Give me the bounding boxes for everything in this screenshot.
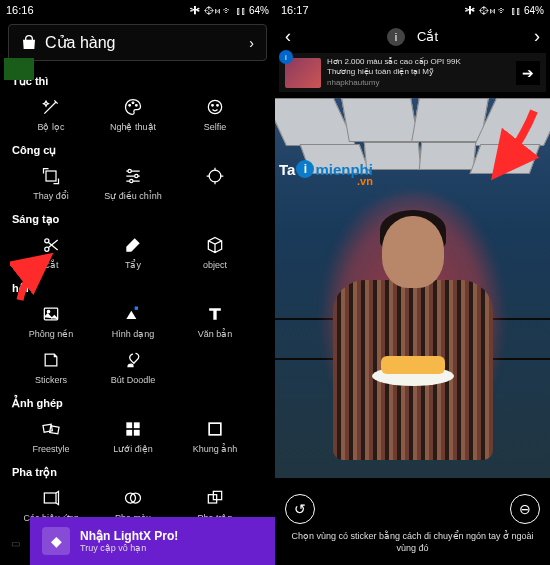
tool-text[interactable]: Văn bản: [174, 299, 256, 343]
svg-rect-27: [213, 491, 221, 499]
svg-point-14: [47, 310, 50, 313]
mode-toggle-button[interactable]: ⊖: [510, 494, 540, 524]
status-icons: ✱ ⌖ ⋈ ᯤ ⫿⫿ 64%: [190, 5, 269, 16]
screen-title: Cắt: [417, 29, 438, 44]
bag-icon: [21, 35, 37, 51]
chevron-right-icon: ›: [249, 35, 254, 51]
svg-point-1: [132, 102, 134, 104]
svg-point-12: [45, 239, 49, 243]
selected-person[interactable]: [313, 198, 513, 468]
section-instant: Tức thì: [12, 75, 265, 88]
status-icons: ✱ ⌖ ⋈ ᯤ ⫿⫿ 64%: [465, 5, 544, 16]
tool-selfie[interactable]: Selfie: [174, 92, 256, 136]
svg-rect-15: [135, 307, 138, 310]
status-bar: 16:17 ✱ ⌖ ⋈ ᯤ ⫿⫿ 64%: [275, 0, 550, 20]
shapes-icon: [122, 303, 144, 325]
pro-banner[interactable]: ◆ Nhận LightX Pro! Truy cập vô hạn: [30, 517, 275, 565]
photo-preview-edge: [4, 58, 34, 80]
sliders-icon: [122, 165, 144, 187]
tool-filter[interactable]: Bộ lọc: [10, 92, 92, 136]
section-blend: Pha trộn: [12, 466, 265, 479]
shop-label: Cửa hàng: [45, 33, 116, 52]
tool-art[interactable]: Nghệ thuật: [92, 92, 174, 136]
grid-icon: [122, 418, 144, 440]
photo-canvas[interactable]: Taimienphi .vn: [275, 98, 550, 478]
status-bar: 16:16 ✱ ⌖ ⋈ ᯤ ⫿⫿ 64%: [0, 0, 275, 20]
eraser-icon: [122, 234, 144, 256]
effects-icon: [40, 487, 62, 509]
frame-icon: [204, 418, 226, 440]
svg-point-9: [130, 179, 133, 182]
svg-rect-17: [50, 426, 59, 434]
svg-rect-20: [126, 430, 132, 436]
svg-rect-18: [126, 422, 132, 428]
ad-text: Hơn 2.000 màu sắc cao cấp OPI 99K Thương…: [327, 57, 510, 88]
tool-focus[interactable]: [174, 161, 256, 205]
status-time: 16:17: [281, 4, 309, 16]
brush-icon: [122, 349, 144, 371]
food: [381, 356, 445, 374]
face-icon: [204, 96, 226, 118]
shop-button[interactable]: Cửa hàng ›: [8, 24, 267, 61]
ad-arrow-icon[interactable]: ➔: [516, 61, 540, 85]
svg-point-4: [212, 105, 214, 107]
svg-rect-21: [134, 430, 140, 436]
section-collage: Ảnh ghép: [12, 397, 265, 410]
svg-rect-6: [46, 171, 56, 181]
bottom-controls: ↺ ⊖ Chọn vùng có sticker bằng cách di ch…: [275, 486, 550, 565]
tool-stickers[interactable]: Stickers: [10, 345, 92, 389]
tool-grid[interactable]: Lưới điện: [92, 414, 174, 458]
sticker-icon: [40, 349, 62, 371]
ad-info-icon: i: [279, 50, 293, 64]
svg-point-3: [208, 100, 221, 113]
svg-rect-23: [44, 493, 56, 503]
svg-rect-22: [209, 423, 221, 435]
status-time: 16:16: [6, 4, 34, 16]
hint-text: Chọn vùng có sticker bằng cách di chuyển…: [285, 530, 540, 555]
tool-transform[interactable]: Thay đổi: [10, 161, 92, 205]
transform-icon: [40, 165, 62, 187]
blend-icon: [122, 487, 144, 509]
svg-point-5: [217, 105, 219, 107]
red-arrow-annotation: [10, 245, 70, 305]
text-icon: [204, 303, 226, 325]
tool-freestyle[interactable]: Freestyle: [10, 414, 92, 458]
ad-banner[interactable]: i Hơn 2.000 màu sắc cao cấp OPI 99K Thươ…: [279, 53, 546, 92]
red-arrow-annotation: [474, 106, 544, 186]
svg-point-7: [128, 169, 131, 172]
image-icon: [40, 303, 62, 325]
freestyle-icon: [40, 418, 62, 440]
svg-point-8: [135, 174, 138, 177]
cube-icon: [204, 234, 226, 256]
section-tools: Công cụ: [12, 144, 265, 157]
diamond-icon: ◆: [42, 527, 70, 555]
svg-rect-19: [134, 422, 140, 428]
svg-point-2: [136, 105, 138, 107]
person-head: [382, 216, 444, 288]
pro-subtitle: Truy cập vô hạn: [80, 543, 178, 553]
svg-rect-26: [208, 495, 216, 503]
tool-doodle[interactable]: Bút Doodle: [92, 345, 174, 389]
svg-point-10: [209, 170, 221, 182]
info-icon[interactable]: i: [387, 28, 405, 46]
tool-frame[interactable]: Khung ảnh: [174, 414, 256, 458]
layers-button[interactable]: ▭: [0, 521, 30, 565]
tool-eraser[interactable]: Tẩy: [92, 230, 174, 274]
tool-shapes[interactable]: Hình dạng: [92, 299, 174, 343]
pro-title: Nhận LightX Pro!: [80, 529, 178, 543]
tool-adjust[interactable]: Sự điều chỉnh: [92, 161, 174, 205]
forward-button[interactable]: ›: [534, 26, 540, 47]
section-creative: Sáng tạo: [12, 213, 265, 226]
screen-left-tools: 16:16 ✱ ⌖ ⋈ ᯤ ⫿⫿ 64% Cửa hàng › Tức thì …: [0, 0, 275, 565]
undo-button[interactable]: ↺: [285, 494, 315, 524]
merge-icon: [204, 487, 226, 509]
palette-icon: [122, 96, 144, 118]
top-bar: ‹ i Cắt ›: [275, 20, 550, 53]
screen-right-cutout: 16:17 ✱ ⌖ ⋈ ᯤ ⫿⫿ 64% ‹ i Cắt › i Hơn 2.0…: [275, 0, 550, 565]
wand-icon: [40, 96, 62, 118]
tool-background[interactable]: Phông nền: [10, 299, 92, 343]
svg-point-0: [129, 105, 131, 107]
back-button[interactable]: ‹: [285, 26, 291, 47]
tool-object[interactable]: object: [174, 230, 256, 274]
target-icon: [204, 165, 226, 187]
